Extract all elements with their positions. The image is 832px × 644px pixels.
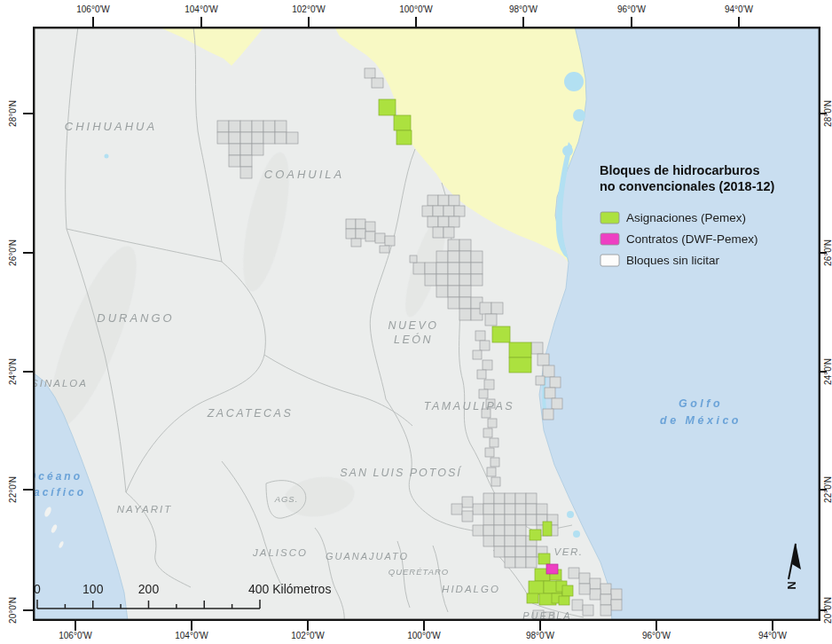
label-tamaulipas: TAMAULIPAS: [424, 400, 514, 412]
label-chihuahua: CHIHUAHUA: [65, 120, 157, 133]
tick-left-1: [23, 252, 33, 254]
legend-title-line1: Bloques de hidrocarburos: [600, 163, 759, 177]
tick-bottom-6: [772, 621, 773, 631]
label-nuevo-leon-2: LEÓN: [394, 333, 433, 346]
axis-label-right-22n: 22°0'N: [823, 476, 832, 503]
tick-top-5: [631, 17, 632, 27]
axis-label-left-20n: 20°0'N: [8, 597, 18, 624]
axis-label-top-96w: 96°0'W: [617, 4, 646, 14]
axis-label-top-100w: 100°0'W: [399, 4, 433, 14]
label-hidalgo: HIDALGO: [442, 584, 500, 594]
map-canvas: CHIHUAHUA COAHUILA DURANGO SINALOA NAYAR…: [33, 27, 820, 621]
legend-swatch-contratos: [600, 233, 619, 245]
scale-label-200: 200: [138, 582, 160, 596]
axis-label-left-26n: 26°0'N: [8, 240, 18, 266]
tick-bottom-3: [423, 621, 425, 631]
label-pacific-1: Océano: [33, 470, 82, 483]
axis-label-left-24n: 24°0'N: [8, 358, 18, 385]
label-aguascalientes: AGS.: [274, 494, 299, 504]
legend-label-asignaciones: Asignaciones (Pemex): [626, 211, 746, 224]
label-guanajuato: GUANAJUATO: [326, 551, 409, 562]
axis-label-left-22n: 22°0'N: [8, 476, 18, 503]
label-coahuila: COAHUILA: [264, 168, 344, 181]
axis-label-bottom-104w: 104°0'W: [175, 631, 208, 640]
tick-bottom-5: [655, 621, 657, 631]
tick-bottom-0: [75, 621, 76, 631]
axis-label-top-104w: 104°0'W: [184, 4, 218, 14]
label-sinaloa: SINALOA: [33, 378, 88, 389]
tick-top-4: [522, 17, 524, 27]
tick-left-3: [23, 489, 33, 491]
tick-top-1: [200, 17, 202, 27]
tick-top-0: [92, 17, 94, 27]
scale-label-400km: 400 Kilómetros: [248, 582, 331, 596]
label-veracruz: VER.: [554, 546, 584, 557]
tick-bottom-2: [307, 621, 309, 631]
legend-swatch-asignaciones: [600, 212, 619, 224]
axis-label-bottom-102w: 102°0'W: [291, 631, 325, 640]
axis-label-bottom-100w: 100°0'W: [407, 631, 441, 640]
tick-top-6: [738, 17, 740, 27]
label-pacific-2: Pacífico: [33, 486, 86, 499]
label-nayarit: NAYARIT: [117, 504, 172, 514]
axis-label-top-106w: 106°0'W: [76, 4, 110, 14]
axis-label-right-26n: 26°0'N: [823, 240, 832, 266]
legend-title-line2: no convencionales (2018-12): [600, 179, 775, 193]
blocks-contratos: [546, 564, 558, 574]
axis-label-bottom-96w: 96°0'W: [642, 631, 671, 640]
label-zacatecas: ZACATECAS: [207, 407, 294, 420]
axis-label-top-98w: 98°0'W: [509, 4, 538, 14]
axis-label-bottom-106w: 106°0'W: [59, 631, 92, 640]
axis-label-top-94w: 94°0'W: [725, 4, 753, 14]
tick-left-4: [23, 609, 33, 611]
map-page: { "axes": { "top": ["106°0'W","104°0'W",…: [0, 0, 832, 644]
label-durango: DURANGO: [97, 311, 174, 325]
label-san-luis-potosi: SAN LUIS POTOSÍ: [340, 466, 462, 479]
axis-label-top-102w: 102°0'W: [292, 4, 326, 14]
label-gulf-1: Golfo: [679, 397, 723, 410]
legend-label-sin-licitar: Bloques sin licitar: [626, 254, 720, 267]
axis-label-bottom-94w: 94°0'W: [758, 631, 787, 640]
axis-label-bottom-98w: 98°0'W: [526, 631, 554, 640]
axis-label-left-28n: 28°0'N: [8, 100, 18, 127]
tick-bottom-4: [539, 621, 541, 631]
map-frame: CHIHUAHUA COAHUILA DURANGO SINALOA NAYAR…: [33, 27, 820, 621]
tick-top-2: [308, 17, 310, 27]
tick-left-2: [23, 371, 33, 373]
north-arrow-label: N: [785, 581, 798, 589]
scale-label-100: 100: [82, 582, 104, 596]
axis-label-right-20n: 20°0'N: [823, 597, 832, 624]
label-jalisco: JALISCO: [252, 547, 308, 558]
tick-left-0: [23, 113, 33, 114]
tick-bottom-1: [191, 621, 192, 631]
label-queretaro: QUERÉTARO: [389, 567, 449, 577]
legend-label-contratos: Contratos (DWF-Pemex): [626, 232, 758, 246]
label-gulf-2: de México: [660, 414, 742, 427]
axis-label-right-28n: 28°0'N: [823, 100, 832, 127]
legend-swatch-sin-licitar: [600, 255, 619, 266]
axis-label-right-24n: 24°0'N: [823, 358, 832, 385]
tick-top-3: [415, 17, 417, 27]
label-nuevo-leon-1: NUEVO: [389, 319, 439, 332]
